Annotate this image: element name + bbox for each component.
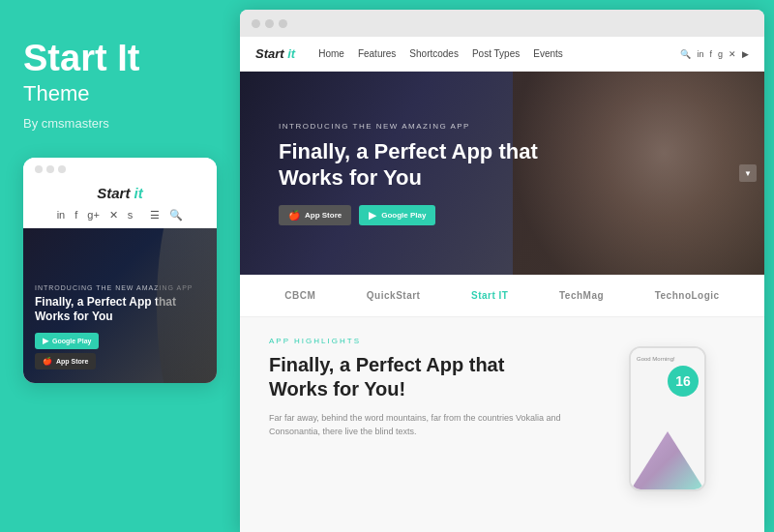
google-plus-icon[interactable]: g xyxy=(718,49,723,59)
brand-by: By cmsmasters xyxy=(23,116,217,131)
mobile-app-store-button[interactable]: 🍎 App Store xyxy=(35,353,96,369)
linkedin-icon[interactable]: in xyxy=(697,49,703,59)
mobile-dot-1 xyxy=(35,165,43,173)
nav-shortcodes[interactable]: Shortcodes xyxy=(409,48,459,59)
apple-store-icon: 🍎 xyxy=(288,210,300,221)
phone-mockup: Good Morning! 16 xyxy=(629,346,706,491)
mobile-logo: Start it xyxy=(23,179,217,205)
search-icon[interactable]: 🔍 xyxy=(680,49,691,59)
app-store-label: App Store xyxy=(56,358,88,365)
mobile-hero: INTRODUCING THE NEW AMAZING APP Finally,… xyxy=(23,228,217,383)
hero-googleplay-button[interactable]: ▶ Google Play xyxy=(359,205,435,225)
content-text: Far far away, behind the word mountains,… xyxy=(269,411,561,439)
mobile-preview-card: Start it in f g+ ✕ s ☰ 🔍 INTRODUCING THE… xyxy=(23,158,217,383)
hero-buttons: 🍎 App Store ▶ Google Play xyxy=(279,205,550,225)
left-panel: Start It Theme By cmsmasters Start it in… xyxy=(0,0,240,532)
mobile-skype-icon: s xyxy=(128,209,134,221)
person-silhouette xyxy=(513,72,764,275)
desktop-header: Start it Home Features Shortcodes Post T… xyxy=(240,37,764,72)
brand-subtitle: Theme xyxy=(23,81,217,106)
hero-person-image xyxy=(513,72,764,275)
content-tag: APP HIGHLIGHTS xyxy=(269,337,561,345)
mobile-titlebar xyxy=(23,158,217,179)
twitter-icon[interactable]: ✕ xyxy=(729,49,736,59)
mobile-dot-2 xyxy=(46,165,54,173)
youtube-icon[interactable]: ▶ xyxy=(742,49,749,59)
mobile-dot-3 xyxy=(58,165,66,173)
appstore-label: App Store xyxy=(305,211,342,220)
apple-icon: 🍎 xyxy=(43,357,52,366)
desktop-hero: INTRODUCING THE NEW AMAZING APP Finally,… xyxy=(240,72,764,275)
partner-technologic: TechnoLogic xyxy=(655,290,720,301)
browser-titlebar xyxy=(240,10,764,37)
scroll-indicator[interactable]: ▼ xyxy=(739,164,757,182)
mobile-google-play-button[interactable]: ▶ Google Play xyxy=(35,333,99,349)
desktop-logo: Start it xyxy=(255,46,295,61)
brand-title: Start It xyxy=(23,39,217,79)
mobile-search-icon[interactable]: 🔍 xyxy=(169,209,183,222)
right-panel: Start it Home Features Shortcodes Post T… xyxy=(240,10,764,532)
hero-title: Finally, a Perfect App that Works for Yo… xyxy=(279,138,550,192)
browser-dot-2 xyxy=(265,19,274,28)
phone-greeting: Good Morning! xyxy=(637,356,699,362)
partner-cbcm: CBCM xyxy=(284,290,315,301)
nav-events[interactable]: Events xyxy=(533,48,563,59)
nav-home[interactable]: Home xyxy=(318,48,344,59)
content-right: Good Morning! 16 xyxy=(580,337,735,513)
facebook-icon[interactable]: f xyxy=(709,49,712,59)
hero-appstore-button[interactable]: 🍎 App Store xyxy=(279,205,351,225)
google-play-icon: ▶ xyxy=(369,210,376,221)
partners-bar: CBCM QuickStart Start IT TechMag TechnoL… xyxy=(240,275,764,317)
desktop-nav: Home Features Shortcodes Post Types Even… xyxy=(318,48,665,59)
hero-content: INTRODUCING THE NEW AMAZING APP Finally,… xyxy=(279,122,550,225)
google-play-label: Google Play xyxy=(52,338,91,344)
mobile-linkedin-icon: in xyxy=(57,209,66,221)
desktop-social-icons: 🔍 in f g ✕ ▶ xyxy=(680,49,749,59)
desktop-content: APP HIGHLIGHTS Finally, a Perfect App th… xyxy=(240,317,764,532)
mobile-menu-icon[interactable]: ☰ xyxy=(150,209,160,222)
mobile-facebook-icon: f xyxy=(74,209,77,221)
partner-startit: Start IT xyxy=(471,290,508,301)
content-title: Finally, a Perfect App that Works for Yo… xyxy=(269,353,561,401)
partner-quickstart: QuickStart xyxy=(367,290,421,301)
phone-number-circle: 16 xyxy=(668,366,699,397)
partner-techmag: TechMag xyxy=(559,290,604,301)
mobile-nav: in f g+ ✕ s ☰ 🔍 xyxy=(23,205,217,228)
content-left: APP HIGHLIGHTS Finally, a Perfect App th… xyxy=(269,337,561,513)
nav-features[interactable]: Features xyxy=(358,48,396,59)
nav-post-types[interactable]: Post Types xyxy=(472,48,520,59)
mobile-twitter-icon: ✕ xyxy=(109,209,118,222)
googleplay-label: Google Play xyxy=(381,211,426,220)
play-icon: ▶ xyxy=(43,337,48,345)
browser-dot-3 xyxy=(279,19,287,28)
hero-introducing-text: INTRODUCING THE NEW AMAZING APP xyxy=(279,122,550,131)
browser-dot-1 xyxy=(252,19,260,28)
mobile-google-icon: g+ xyxy=(87,209,100,221)
